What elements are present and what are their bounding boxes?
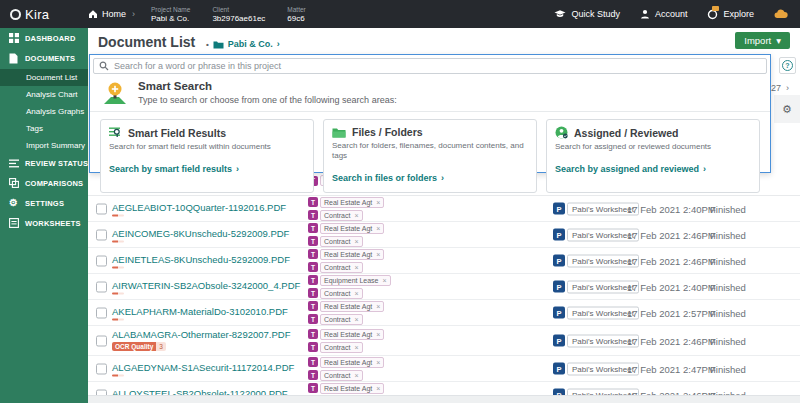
horizontal-scrollbar[interactable] xyxy=(88,395,800,403)
assigned-person-icon xyxy=(555,126,568,139)
search-input[interactable] xyxy=(114,61,761,71)
document-link[interactable]: AEINETLEAS-8KUnschedu-5292009.PDF xyxy=(112,253,290,264)
tag-label: Contract xyxy=(324,264,350,271)
search-by-assigned-link[interactable]: Search by assigned and reviewed › xyxy=(555,164,706,174)
tag-pill[interactable]: TContract× xyxy=(308,342,363,353)
row-status: Finished xyxy=(710,335,746,346)
tag-label: Contract xyxy=(324,212,350,219)
search-bar[interactable] xyxy=(93,58,767,74)
tag-label: Real Estate Agt xyxy=(324,303,372,310)
tag-pill[interactable]: TContract× xyxy=(308,288,363,299)
explore-button[interactable]: Explore xyxy=(707,9,754,20)
search-in-files-link[interactable]: Search in files or folders › xyxy=(332,173,444,183)
worksheet-badge[interactable]: P Pabi's Worksheet xyxy=(553,202,639,215)
tag-remove-icon[interactable]: × xyxy=(376,385,380,392)
tag-remove-icon[interactable]: × xyxy=(376,359,380,366)
tag-label: Contract xyxy=(324,316,350,323)
table-settings-strip: ⚙ xyxy=(774,95,800,123)
tag-pill[interactable]: TContract× xyxy=(308,262,363,273)
pagination-next-icon[interactable]: › xyxy=(786,83,789,93)
sidebar-item-analysis-chart[interactable]: Analysis Chart xyxy=(0,86,88,103)
smart-field-results-card[interactable]: Smart Field Results Search for smart fie… xyxy=(100,119,314,193)
tag-pill[interactable]: TReal Estate Agt× xyxy=(308,249,384,260)
tag-remove-icon[interactable]: × xyxy=(376,251,380,258)
row-checkbox[interactable] xyxy=(96,229,107,240)
table-row: ALGAEDYNAM-S1ASecurit-11172014.PDF TReal… xyxy=(88,356,800,382)
search-area-cards: Smart Field Results Search for smart fie… xyxy=(90,112,770,200)
tag-type-icon: T xyxy=(308,210,318,220)
document-link[interactable]: AEGLEABIOT-10QQuarter-1192016.PDF xyxy=(112,201,286,212)
table-settings-gear-icon[interactable]: ⚙ xyxy=(782,104,792,115)
explore-icon xyxy=(707,9,718,20)
assigned-reviewed-card[interactable]: Assigned / Reviewed Search for assigned … xyxy=(546,119,760,193)
sidebar-item-analysis-graphs[interactable]: Analysis Graphs xyxy=(0,103,88,120)
document-link[interactable]: AKELAPHARM-MaterialDo-3102010.PDF xyxy=(112,305,288,316)
sidebar-item-document-list[interactable]: Document List xyxy=(0,69,88,86)
tag-pill[interactable]: TReal Estate Agt× xyxy=(308,329,384,340)
tag-pill[interactable]: TEquipment Lease× xyxy=(308,275,391,286)
sidebar-item-label: COMPARISONS xyxy=(25,179,83,188)
tag-pill[interactable]: TContract× xyxy=(308,314,363,325)
cloud-sync-icon[interactable] xyxy=(774,9,788,19)
row-checkbox[interactable] xyxy=(96,255,107,266)
tag-remove-icon[interactable]: × xyxy=(354,316,358,323)
card-title: Smart Field Results xyxy=(128,127,226,139)
worksheet-badge[interactable]: P Pabi's Worksheet xyxy=(553,334,639,347)
tag-remove-icon[interactable]: × xyxy=(354,264,358,271)
import-button[interactable]: Import ▾ xyxy=(735,32,790,49)
tag-remove-icon[interactable]: × xyxy=(354,372,358,379)
tag-remove-icon[interactable]: × xyxy=(354,344,358,351)
smart-search-subtitle: Type to search or choose from one of the… xyxy=(138,95,397,105)
row-checkbox[interactable] xyxy=(96,307,107,318)
sidebar-item-tags[interactable]: Tags xyxy=(0,120,88,137)
row-checkbox[interactable] xyxy=(96,335,107,346)
sidebar-item-import-summary[interactable]: Import Summary xyxy=(0,137,88,154)
sidebar-item-worksheets[interactable]: WORKSHEETS xyxy=(0,213,88,233)
files-folders-card[interactable]: Files / Folders Search for folders, file… xyxy=(323,119,537,193)
sidebar-item-settings[interactable]: ⚙ SETTINGS xyxy=(0,193,88,213)
search-by-smart-field-link[interactable]: Search by smart field results › xyxy=(109,164,239,174)
worksheet-badge[interactable]: P Pabi's Worksheet xyxy=(553,306,639,319)
tag-list: TReal Estate Agt×TContract× xyxy=(308,223,384,247)
help-button[interactable]: ? xyxy=(779,57,796,74)
sidebar-item-dashboard[interactable]: DASHBOARD xyxy=(0,28,88,48)
quick-study-label: Quick Study xyxy=(571,9,620,19)
row-checkbox[interactable] xyxy=(96,363,107,374)
tag-remove-icon[interactable]: × xyxy=(376,303,380,310)
account-button[interactable]: Account xyxy=(640,9,688,19)
tag-remove-icon[interactable]: × xyxy=(354,238,358,245)
sidebar-item-label: SETTINGS xyxy=(25,199,64,208)
home-link[interactable]: Home › xyxy=(88,9,135,19)
tag-pill[interactable]: TReal Estate Agt× xyxy=(308,357,384,368)
row-checkbox[interactable] xyxy=(96,281,107,292)
tag-remove-icon[interactable]: × xyxy=(354,290,358,297)
worksheet-badge[interactable]: P Pabi's Worksheet xyxy=(553,228,639,241)
tag-remove-icon[interactable]: × xyxy=(354,212,358,219)
row-date: 17 Feb 2021 2:40PM xyxy=(627,203,716,214)
tag-pill[interactable]: TReal Estate Agt× xyxy=(308,301,384,312)
worksheet-badge[interactable]: P Pabi's Worksheet xyxy=(553,280,639,293)
document-link[interactable]: ALGAEDYNAM-S1ASecurit-11172014.PDF xyxy=(112,361,294,372)
tag-pill[interactable]: TReal Estate Agt× xyxy=(308,383,384,394)
worksheet-badge[interactable]: P Pabi's Worksheet xyxy=(553,362,639,375)
row-checkbox[interactable] xyxy=(96,203,107,214)
quick-study-button[interactable]: Quick Study xyxy=(554,9,620,19)
tag-pill[interactable]: TContract× xyxy=(308,236,363,247)
tag-pill[interactable]: TContract× xyxy=(308,370,363,381)
tag-remove-icon[interactable]: × xyxy=(382,277,386,284)
tag-remove-icon[interactable]: × xyxy=(376,225,380,232)
document-link[interactable]: AIRWATERIN-SB2AObsole-3242000_4.PDF xyxy=(112,279,300,290)
document-link[interactable]: ALABAMAGRA-Othermater-8292007.PDF xyxy=(112,329,290,340)
document-link[interactable]: AEINCOMEG-8KUnschedu-5292009.PDF xyxy=(112,227,289,238)
kira-logo[interactable]: Kira xyxy=(10,7,88,22)
worksheet-badge[interactable]: P Pabi's Worksheet xyxy=(553,254,639,267)
sidebar-item-comparisons[interactable]: COMPARISONS xyxy=(0,173,88,193)
breadcrumb[interactable]: • Pabi & Co. › xyxy=(206,39,280,49)
tag-remove-icon[interactable]: × xyxy=(376,331,380,338)
tag-pill[interactable]: TContract× xyxy=(308,210,363,221)
tag-pill[interactable]: TReal Estate Agt× xyxy=(308,223,384,234)
tag-label: Real Estate Agt xyxy=(324,385,372,392)
sidebar-item-documents[interactable]: DOCUMENTS xyxy=(0,48,88,69)
tag-label: Equipment Lease xyxy=(324,277,378,284)
sidebar-item-review-status[interactable]: REVIEW STATUS xyxy=(0,154,88,173)
